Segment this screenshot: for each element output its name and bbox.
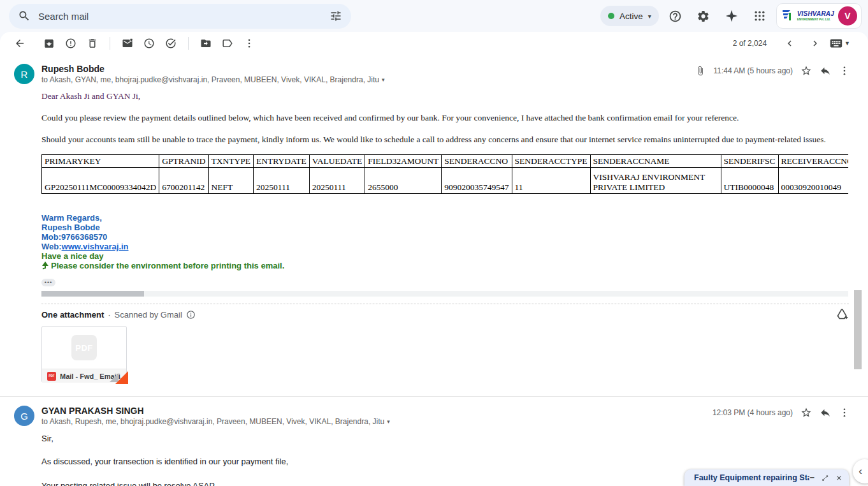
message-more-button[interactable] <box>839 407 850 418</box>
apps-button[interactable] <box>748 4 771 27</box>
input-tools-selector[interactable]: ▼ <box>829 36 850 50</box>
back-arrow-icon <box>14 38 25 49</box>
move-to-button[interactable] <box>196 34 215 53</box>
payment-table-header-row: PRIMARYKEYGPTRANIDTXNTYPEENTRYDATEVALUED… <box>42 155 849 168</box>
email-timestamp: 12:03 PM (4 hours ago) <box>712 408 793 417</box>
folder-move-icon <box>200 38 212 49</box>
payment-table-data-cell: 11 <box>512 168 590 194</box>
chevron-down-icon: ▼ <box>844 40 850 47</box>
payment-table-data-cell: NEFT <box>208 168 254 194</box>
star-icon <box>800 407 812 418</box>
scanned-by-gmail-label: Scanned by Gmail <box>115 310 182 320</box>
payment-table-data-cell: 6700201142 <box>159 168 208 194</box>
payment-table-data-cell: 20250111 <box>309 168 365 194</box>
pdf-watermark: PDF <box>71 335 97 360</box>
compose-popup-minimized[interactable]: Faulty Equipment repairing Status − <box>684 469 849 486</box>
archive-button[interactable] <box>40 34 59 53</box>
snooze-button[interactable] <box>140 34 159 53</box>
more-vert-icon <box>839 407 850 418</box>
mark-unread-button[interactable] <box>118 34 137 53</box>
attachment-count: One attachment <box>41 310 104 320</box>
attachment-thumbnail: PDF <box>42 327 126 369</box>
email2-paragraph: As discussed, your transection is identi… <box>41 457 849 466</box>
signature-line: Mob:9766368570 <box>41 232 849 242</box>
close-icon[interactable] <box>835 475 843 482</box>
scrollbar-thumb[interactable] <box>41 291 144 297</box>
reply-icon <box>820 407 831 418</box>
email-timestamp: 11:44 AM (5 hours ago) <box>713 66 793 75</box>
payment-table-wrapper: PRIMARYKEYGPTRANIDTXNTYPEENTRYDATEVALUED… <box>41 154 848 194</box>
compose-popup-title[interactable]: Faulty Equipment repairing Status <box>694 473 809 482</box>
search-options-icon[interactable] <box>329 10 342 22</box>
report-spam-button[interactable] <box>61 34 80 53</box>
search-bar[interactable] <box>9 4 351 29</box>
active-status-dot <box>608 13 614 19</box>
brand-name: VISHVARAJ <box>797 11 834 17</box>
minimize-icon[interactable]: − <box>809 475 814 481</box>
back-button[interactable] <box>10 34 29 53</box>
signature-web-link[interactable]: www.vishvaraj.in <box>62 242 129 251</box>
status-selector[interactable]: Active ▾ <box>600 6 659 26</box>
older-button[interactable] <box>804 32 827 55</box>
more-vert-icon <box>839 65 850 77</box>
toolbar-divider <box>110 37 110 50</box>
tree-icon <box>41 261 49 270</box>
brand-subtitle: ENVIRONMENT Pvt. Ltd. <box>797 18 834 22</box>
gear-icon <box>697 10 710 23</box>
email1-signature: Warm Regards, Rupesh Bobde Mob:976636857… <box>41 213 849 270</box>
payment-table-data-cell: VISHVARAJ ENVIRONMENT PRIVATE LIMITED <box>590 168 721 194</box>
task-check-icon <box>165 38 177 49</box>
payment-table-header-cell: SENDERACCNO <box>442 155 512 168</box>
profile-avatar[interactable]: V <box>838 6 857 26</box>
signature-web-label: Web: <box>41 242 62 251</box>
vertical-scrollbar[interactable] <box>854 290 862 369</box>
delete-button[interactable] <box>83 34 102 53</box>
sender-name: GYAN PRAKASH SINGH <box>41 406 712 416</box>
sender-avatar[interactable]: G <box>14 406 34 426</box>
email-message-1: R Rupesh Bobde to Akash, GYAN, me, bhojr… <box>0 55 868 383</box>
pdf-file-icon: PDF <box>47 372 56 381</box>
recipients-line[interactable]: to Akash, Rupesh, me, bhojraj.pudke@vish… <box>41 417 712 426</box>
add-all-to-drive-button[interactable] <box>836 307 849 323</box>
show-details-icon[interactable]: ▾ <box>382 77 385 83</box>
vishvaraj-logo-icon <box>782 9 793 23</box>
sender-avatar[interactable]: R <box>14 64 34 84</box>
workspace-brand-card: VISHVARAJ ENVIRONMENT Pvt. Ltd. V <box>776 3 862 29</box>
gemini-button[interactable] <box>720 4 743 27</box>
mail-toolbar: 2 of 2,024 ▼ <box>0 32 868 55</box>
payment-table-data-row: GP20250111MC00009334042D6700201142NEFT20… <box>42 168 849 194</box>
attachment-card[interactable]: PDF PDF Mail - Fwd_ Emaili... <box>41 326 127 383</box>
corner-fold-icon <box>115 371 128 384</box>
recipients-line[interactable]: to Akash, GYAN, me, bhojraj.pudke@vishva… <box>41 75 695 84</box>
show-trimmed-content-button[interactable]: ••• <box>41 279 55 286</box>
settings-button[interactable] <box>692 4 715 27</box>
search-icon[interactable] <box>18 10 31 22</box>
attachment-section-divider <box>41 304 849 304</box>
star-button[interactable] <box>800 407 812 418</box>
message-more-button[interactable] <box>839 65 850 77</box>
toolbar-divider <box>188 37 189 50</box>
paperclip-icon <box>695 66 705 76</box>
add-to-tasks-button[interactable] <box>161 34 180 53</box>
search-input[interactable] <box>38 11 322 22</box>
show-details-icon[interactable]: ▾ <box>387 418 390 425</box>
gemini-star-icon <box>725 9 739 23</box>
payment-table-header-cell: FIELD32AMOUNT <box>365 155 442 168</box>
status-label: Active <box>619 11 643 21</box>
payment-table-header-cell: SENDERACCNAME <box>590 155 721 168</box>
labels-button[interactable] <box>218 34 237 53</box>
table-horizontal-scrollbar[interactable] <box>41 291 848 297</box>
help-button[interactable] <box>664 4 687 27</box>
recipients-text: to Akash, GYAN, me, bhojraj.pudke@vishva… <box>41 75 379 84</box>
newer-button[interactable] <box>778 32 801 55</box>
payment-table-data-cell: 00030920010049 <box>778 168 848 194</box>
more-options-button[interactable] <box>240 34 259 53</box>
pop-out-icon[interactable] <box>821 475 828 482</box>
star-button[interactable] <box>800 65 812 77</box>
reply-button[interactable] <box>820 407 831 418</box>
report-spam-icon <box>65 38 76 49</box>
reply-button[interactable] <box>820 65 831 77</box>
info-icon[interactable] <box>186 310 196 320</box>
gmail-header: Active ▾ VISHVARAJ ENVIRONME <box>0 0 868 32</box>
email2-header: G GYAN PRAKASH SINGH to Akash, Rupesh, m… <box>0 397 868 426</box>
